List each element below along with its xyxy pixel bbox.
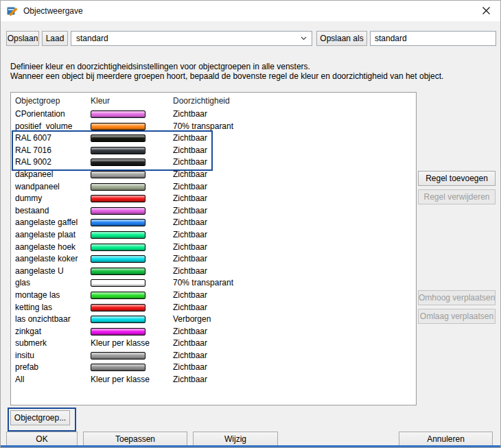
- color-swatch: [91, 244, 145, 251]
- visibility-value: Zichtbaar: [173, 290, 207, 300]
- title-bar: Objectweergave: [1, 1, 500, 21]
- table-row[interactable]: prefabZichtbaar: [11, 361, 416, 373]
- visibility-value: Zichtbaar: [173, 217, 207, 227]
- table-row[interactable]: dakpaneelZichtbaar: [11, 168, 416, 180]
- save-button[interactable]: Opslaan: [6, 31, 39, 46]
- color-swatch: [91, 171, 145, 178]
- table-row[interactable]: aangelaste plaatZichtbaar: [11, 228, 416, 241]
- apply-button[interactable]: Toepassen: [83, 432, 187, 447]
- object-group-name: insitu: [15, 351, 34, 360]
- window-bottom-edge: [1, 445, 500, 447]
- save-as-button[interactable]: Opslaan als: [316, 31, 367, 46]
- table-row[interactable]: insituZichtbaar: [11, 349, 416, 362]
- modify-button[interactable]: Wijzig: [193, 432, 278, 447]
- object-group-button[interactable]: Objectgroep...: [10, 410, 70, 425]
- visibility-value: Zichtbaar: [173, 109, 207, 119]
- table-row[interactable]: RAL 7016Zichtbaar: [11, 144, 416, 156]
- table-row[interactable]: aangelaste gaffelZichtbaar: [11, 216, 416, 228]
- object-group-name: bestaand: [15, 206, 49, 215]
- table-row[interactable]: submerkKleur per klasseZichtbaar: [11, 337, 416, 349]
- table-body: CPorientationZichtbaarpositief_volume70%…: [11, 108, 416, 386]
- remove-rule-button[interactable]: Regel verwijderen: [418, 189, 496, 204]
- move-up-button[interactable]: Omhoog verplaatsen: [418, 290, 496, 305]
- table-row[interactable]: aangelaste hoekZichtbaar: [11, 241, 416, 253]
- color-swatch: [91, 316, 145, 323]
- color-swatch: [91, 219, 145, 226]
- object-group-name: glas: [15, 278, 30, 287]
- color-swatch: [91, 207, 145, 215]
- table-row[interactable]: ketting lasZichtbaar: [11, 301, 416, 314]
- preset-combobox-value: standard: [76, 34, 108, 43]
- table-row[interactable]: montage lasZichtbaar: [11, 289, 416, 301]
- table-row[interactable]: wandpaneelZichtbaar: [11, 180, 416, 193]
- object-group-name: CPorientation: [15, 109, 65, 119]
- object-group-name: aangelaste U: [15, 266, 64, 276]
- preset-combobox[interactable]: standard: [71, 31, 312, 46]
- color-swatch: [91, 255, 145, 263]
- object-group-name: wandpaneel: [15, 182, 60, 191]
- visibility-value: Zichtbaar: [173, 351, 207, 360]
- close-button[interactable]: [471, 1, 500, 21]
- table-row[interactable]: zinkgatZichtbaar: [11, 325, 416, 338]
- table-header: Objectgroep Kleur Doorzichtigheid: [11, 93, 416, 108]
- table-row[interactable]: positief_volume70% transparant: [11, 120, 416, 132]
- object-group-name: montage las: [15, 290, 60, 300]
- objectweergave-dialog: Objectweergave Opslaan Laad standard Ops…: [0, 0, 501, 448]
- add-rule-button[interactable]: Regel toevoegen: [418, 171, 496, 186]
- visibility-value: Zichtbaar: [173, 375, 207, 384]
- table-row[interactable]: aangelaste UZichtbaar: [11, 265, 416, 277]
- visibility-value: Zichtbaar: [173, 206, 207, 215]
- color-swatch: [91, 147, 145, 154]
- object-group-name: aangelaste gaffel: [15, 217, 78, 227]
- visibility-value: Zichtbaar: [173, 338, 207, 348]
- table-row[interactable]: las onzichtbaarVerborgen: [11, 313, 416, 325]
- color-swatch: [91, 134, 145, 142]
- table-row[interactable]: AllKleur per klasseZichtbaar: [11, 373, 416, 386]
- visibility-value: Zichtbaar: [173, 157, 207, 167]
- table-row[interactable]: dummyZichtbaar: [11, 192, 416, 204]
- color-swatch: [91, 195, 145, 202]
- app-icon: [7, 5, 18, 16]
- visibility-value: Verborgen: [173, 314, 211, 324]
- object-group-name: las onzichtbaar: [15, 314, 71, 324]
- color-swatch: [91, 328, 145, 335]
- color-swatch: [91, 268, 145, 275]
- table-row[interactable]: glas70% transparant: [11, 276, 416, 289]
- visibility-value: Zichtbaar: [173, 254, 207, 263]
- window-title: Objectweergave: [23, 6, 83, 16]
- object-group-name: RAL 7016: [15, 145, 51, 155]
- table-row[interactable]: RAL 9002Zichtbaar: [11, 156, 416, 168]
- object-group-name: prefab: [15, 362, 38, 372]
- visibility-value: 70% transparant: [173, 121, 233, 131]
- ok-button[interactable]: OK: [6, 432, 78, 447]
- description-line-2: Wanneer een object bij meerdere groepen …: [10, 71, 443, 81]
- object-group-name: All: [15, 375, 24, 384]
- color-swatch: [91, 352, 145, 359]
- column-header-doorzichtigheid: Doorzichtigheid: [173, 96, 230, 106]
- visibility-value: Zichtbaar: [173, 362, 207, 372]
- object-group-name: aangelaste hoek: [15, 242, 75, 252]
- object-group-name: positief_volume: [15, 121, 72, 131]
- cancel-button[interactable]: Annuleren: [399, 432, 493, 447]
- object-group-table[interactable]: Objectgroep Kleur Doorzichtigheid CPorie…: [10, 92, 417, 405]
- color-swatch: [91, 183, 145, 191]
- visibility-value: Zichtbaar: [173, 303, 207, 312]
- visibility-value: Zichtbaar: [173, 169, 207, 179]
- visibility-value: Zichtbaar: [173, 193, 207, 203]
- table-row[interactable]: RAL 6007Zichtbaar: [11, 132, 416, 144]
- visibility-value: Zichtbaar: [173, 327, 207, 336]
- visibility-value: 70% transparant: [173, 278, 233, 287]
- description-line-1: Definieer kleur en doorzichtigheidsinste…: [10, 62, 310, 71]
- column-header-objectgroep: Objectgroep: [15, 96, 60, 106]
- load-button[interactable]: Laad: [42, 31, 68, 46]
- color-mode-label: Kleur per klasse: [91, 338, 150, 348]
- table-row[interactable]: aangelaste kokerZichtbaar: [11, 252, 416, 265]
- table-row[interactable]: CPorientationZichtbaar: [11, 108, 416, 120]
- chevron-down-icon: [301, 36, 307, 40]
- color-swatch: [91, 158, 145, 166]
- table-row[interactable]: bestaandZichtbaar: [11, 204, 416, 217]
- visibility-value: Zichtbaar: [173, 133, 207, 143]
- color-swatch: [91, 279, 145, 287]
- save-as-input[interactable]: [370, 31, 496, 46]
- move-down-button[interactable]: Omlaag verplaatsen: [418, 309, 496, 324]
